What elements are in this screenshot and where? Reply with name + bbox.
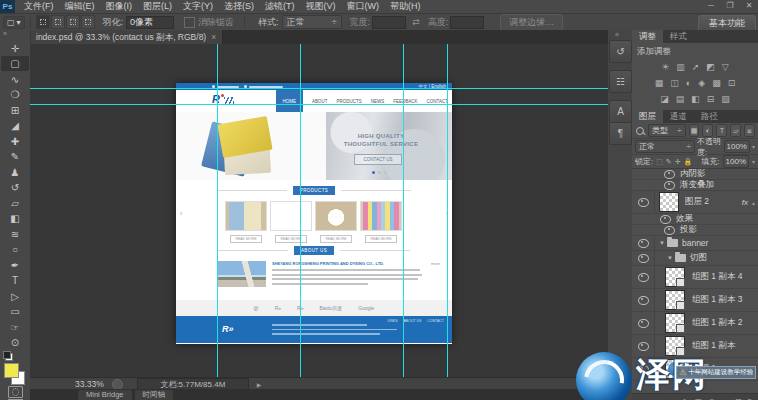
filter-kind-select[interactable]: 类型÷ — [648, 124, 686, 137]
menu-item-view[interactable]: 视图(V) — [306, 0, 336, 13]
color-lookup-icon[interactable]: ⊡ — [728, 78, 736, 88]
tab-channels[interactable]: 通道 — [663, 110, 694, 123]
group-expand-icon[interactable]: ▼ — [659, 240, 665, 246]
menu-item-type[interactable]: 文字(Y) — [183, 0, 213, 13]
lock-all-icon[interactable]: 🔒 — [684, 158, 693, 166]
layer-thumbnail[interactable] — [659, 192, 679, 212]
properties-panel-icon[interactable]: ☷ — [609, 70, 632, 93]
black-white-icon[interactable]: ◐ — [686, 78, 691, 88]
new-selection-button[interactable] — [36, 15, 50, 29]
lock-position-icon[interactable]: ✛ — [675, 158, 681, 166]
paragraph-panel-icon[interactable]: ¶ — [609, 122, 632, 145]
visibility-eye-icon[interactable] — [638, 319, 649, 328]
layer-thumbnail[interactable] — [665, 313, 685, 333]
fx-collapse-icon[interactable]: ▴ — [752, 199, 755, 206]
dock-collapse-icon[interactable]: « — [615, 31, 619, 38]
menu-item-layer[interactable]: 图层(L) — [143, 0, 172, 13]
style-select[interactable]: 正常 ÷ — [282, 15, 342, 29]
blur-tool[interactable]: ≋ — [1, 227, 29, 242]
foreground-color-swatch[interactable] — [4, 363, 19, 378]
menu-item-edit[interactable]: 编辑(E) — [65, 0, 95, 13]
character-panel-icon[interactable]: A — [609, 100, 632, 123]
width-input[interactable] — [372, 16, 406, 29]
hand-tool[interactable]: ☞ — [1, 320, 29, 335]
antialias-checkbox[interactable] — [184, 17, 195, 28]
tab-timeline[interactable]: 时间轴 — [135, 390, 174, 400]
close-button[interactable]: ✕ — [743, 1, 755, 10]
spot-healing-brush-tool[interactable]: ✚ — [1, 134, 29, 149]
brightness-contrast-icon[interactable]: ☀ — [661, 62, 669, 72]
clone-stamp-tool[interactable]: ♟ — [1, 165, 29, 180]
intersect-selection-button[interactable] — [81, 15, 95, 29]
opacity-value[interactable]: 100% — [724, 140, 750, 153]
guide-line[interactable] — [30, 104, 608, 105]
type-tool[interactable]: T — [1, 273, 29, 288]
tab-adjustments[interactable]: 调整 — [632, 30, 663, 43]
visibility-eye-icon[interactable] — [660, 215, 671, 224]
photo-filter-icon[interactable]: ◈ — [698, 78, 705, 88]
pen-tool[interactable]: ✒ — [1, 258, 29, 273]
lasso-tool[interactable]: ∿ — [1, 72, 29, 87]
group-row[interactable]: ▼ banner — [632, 236, 758, 251]
status-expand-icon[interactable]: ▶ — [257, 381, 262, 388]
rectangle-tool[interactable]: ▭ — [1, 304, 29, 319]
guide-line[interactable] — [30, 88, 608, 89]
blend-mode-select[interactable]: 正常÷ — [635, 140, 695, 153]
group-row[interactable]: ▼ 切图 — [632, 251, 758, 266]
tab-mini-bridge[interactable]: Mini Bridge — [78, 390, 132, 400]
filter-smart-objects-icon[interactable]: ⧈ — [744, 124, 755, 137]
quick-selection-tool[interactable]: ❍ — [1, 87, 29, 102]
layer-row[interactable]: 组图 1 副本 3 — [632, 289, 758, 312]
color-balance-icon[interactable]: ◫ — [670, 78, 679, 88]
exposure-icon[interactable]: ◩ — [706, 62, 715, 72]
guide-line[interactable] — [217, 44, 218, 377]
document-tab[interactable]: index.psd @ 33.3% (contact us 副本, RGB/8)… — [30, 30, 223, 44]
layer-row[interactable]: 组图 1 副本 2 — [632, 312, 758, 335]
menu-item-window[interactable]: 窗口(W) — [347, 0, 380, 13]
tab-close-icon[interactable]: × — [211, 30, 216, 44]
filter-shape-layers-icon[interactable]: ▱ — [730, 124, 741, 137]
menu-item-file[interactable]: 文件(F) — [24, 0, 54, 13]
history-brush-tool[interactable]: ↺ — [1, 180, 29, 195]
gradient-tool[interactable]: ◧ — [1, 211, 29, 226]
visibility-eye-icon[interactable] — [664, 170, 675, 179]
crop-tool[interactable]: ⊞ — [1, 103, 29, 118]
zoom-tool[interactable]: ⊙ — [1, 335, 29, 350]
restore-button[interactable]: ❐ — [724, 1, 736, 10]
layer-name[interactable]: 组图 1 副本 2 — [692, 317, 743, 329]
layer-name[interactable]: 组图 1 副本 — [692, 340, 735, 352]
visibility-eye-icon[interactable] — [638, 273, 649, 282]
tab-styles[interactable]: 样式 — [663, 30, 694, 43]
gradient-map-icon[interactable]: ▨ — [721, 94, 730, 104]
tool-preset-picker[interactable]: ▢ ▾ — [3, 16, 25, 29]
threshold-icon[interactable]: ◧ — [691, 94, 700, 104]
levels-icon[interactable]: ▥ — [676, 62, 685, 72]
add-selection-button[interactable] — [51, 15, 65, 29]
tab-paths[interactable]: 路径 — [694, 110, 725, 123]
height-input[interactable] — [450, 16, 484, 29]
menu-item-image[interactable]: 图像(I) — [106, 0, 133, 13]
layer-name[interactable]: 组图 1 副本 4 — [692, 271, 743, 283]
visibility-eye-icon[interactable] — [638, 254, 649, 263]
eraser-tool[interactable]: ▱ — [1, 196, 29, 211]
invert-icon[interactable]: ◪ — [660, 94, 669, 104]
brush-tool[interactable]: ✎ — [1, 149, 29, 164]
eyedropper-tool[interactable]: ◢ — [1, 118, 29, 133]
history-panel-icon[interactable]: ↺ — [609, 40, 632, 63]
group-name[interactable]: banner — [682, 238, 708, 248]
layer-row[interactable]: 图层 2 fx▴ — [632, 191, 758, 214]
layer-thumbnail[interactable] — [665, 290, 685, 310]
layer-thumbnail[interactable] — [665, 267, 685, 287]
refine-edge-button[interactable]: 调整边缘… — [500, 14, 563, 31]
visibility-eye-icon[interactable] — [638, 239, 649, 248]
guide-line[interactable] — [403, 44, 404, 377]
menu-item-filter[interactable]: 滤镜(T) — [265, 0, 295, 13]
quick-mask-icon[interactable] — [8, 386, 23, 398]
tab-layers[interactable]: 图层 — [632, 110, 663, 123]
layer-row[interactable]: 组图 1 副本 4 — [632, 266, 758, 289]
posterize-icon[interactable]: ▤ — [676, 94, 685, 104]
fill-value[interactable]: 100% — [723, 155, 749, 168]
layer-effect-row[interactable]: 渐变叠加 — [632, 180, 758, 191]
vibrance-icon[interactable]: ▽ — [722, 62, 729, 72]
hue-saturation-icon[interactable]: ▦ — [655, 78, 664, 88]
